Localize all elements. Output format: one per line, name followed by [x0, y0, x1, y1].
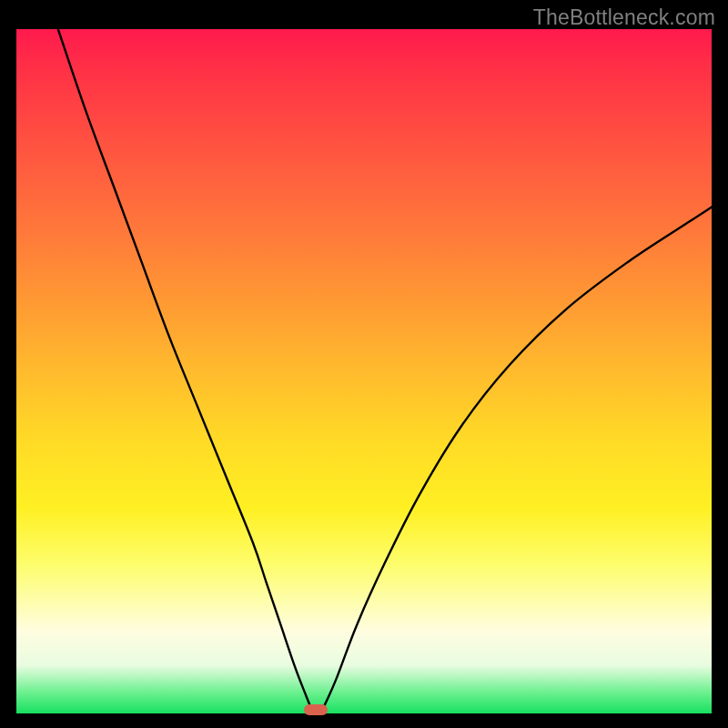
optimal-point-marker: [304, 704, 328, 715]
watermark-text: TheBottleneck.com: [533, 5, 715, 30]
curve-right-branch: [322, 207, 712, 711]
curve-left-branch: [58, 29, 312, 710]
chart-frame: TheBottleneck.com: [0, 0, 728, 728]
plot-area: [16, 29, 712, 713]
bottleneck-curve: [16, 29, 712, 713]
